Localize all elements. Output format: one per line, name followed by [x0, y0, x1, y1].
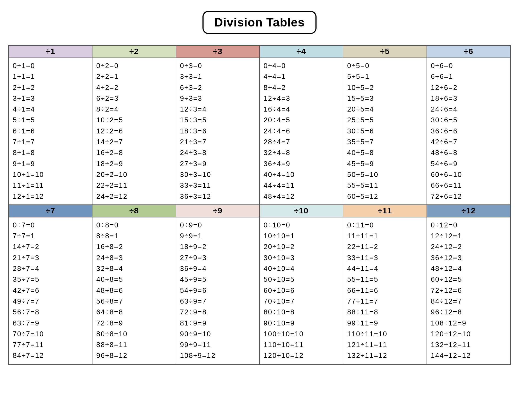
equation: 63÷9=7 — [180, 296, 255, 307]
equation: 10÷10=1 — [264, 230, 339, 241]
equation: 70÷7=10 — [13, 328, 88, 339]
equation: 10÷5=2 — [347, 82, 422, 93]
column-header-div9: ÷9 — [176, 205, 260, 217]
column-header-div10: ÷10 — [260, 205, 343, 217]
column-body-div1: 0÷1=01÷1=12÷1=23÷1=34÷1=45÷1=56÷1=67÷1=7… — [9, 58, 92, 205]
equation: 24÷8=3 — [96, 252, 172, 263]
equation: 30÷10=3 — [264, 252, 339, 263]
equation: 8÷4=2 — [264, 82, 339, 93]
equation: 88÷11=8 — [347, 307, 422, 317]
equation: 72÷6=12 — [431, 191, 506, 202]
equation: 66÷6=11 — [431, 180, 506, 191]
column-body-div12: 0÷12=012÷12=124÷12=236÷12=348÷12=460÷12=… — [427, 217, 510, 364]
equation: 12÷1=12 — [13, 191, 88, 202]
equation: 6÷3=2 — [180, 82, 255, 93]
equation: 7÷7=1 — [13, 230, 88, 241]
column-body-div8: 0÷8=08÷8=116÷8=224÷8=332÷8=440÷8=548÷8=6… — [92, 217, 176, 364]
column-header-div1: ÷1 — [9, 45, 92, 58]
equation: 36÷4=9 — [264, 158, 339, 169]
equation: 35÷7=5 — [13, 274, 88, 285]
equation: 32÷4=8 — [264, 147, 339, 158]
equation: 100÷10=10 — [264, 328, 339, 339]
equation: 24÷2=12 — [96, 191, 172, 202]
equation: 24÷6=4 — [431, 104, 506, 115]
equation: 5÷1=5 — [13, 115, 88, 125]
equation: 36÷9=4 — [180, 263, 255, 274]
equation: 90÷10=9 — [264, 318, 339, 328]
equation: 28÷7=4 — [13, 263, 88, 274]
equation: 70÷10=7 — [264, 296, 339, 307]
equation: 15÷3=5 — [180, 115, 255, 125]
equation: 8÷8=1 — [96, 230, 172, 241]
equation: 3÷3=1 — [180, 71, 255, 82]
equation: 108÷9=12 — [180, 350, 255, 361]
equation: 3÷1=3 — [13, 93, 88, 104]
equation: 20÷4=5 — [264, 115, 339, 125]
equation: 4÷1=4 — [13, 104, 88, 115]
division-tables-grid: ÷1÷2÷3÷4÷5÷60÷1=01÷1=12÷1=23÷1=34÷1=45÷1… — [8, 45, 511, 365]
equation: 30÷6=5 — [431, 115, 506, 125]
equation: 120÷10=12 — [264, 350, 339, 361]
column-body-div5: 0÷5=05÷5=110÷5=215÷5=320÷5=425÷5=530÷5=6… — [343, 58, 427, 205]
equation: 96÷8=12 — [96, 350, 172, 361]
equation: 27÷9=3 — [180, 252, 255, 263]
equation: 77÷11=7 — [347, 296, 422, 307]
equation: 9÷1=9 — [13, 158, 88, 169]
equation: 1÷1=1 — [13, 71, 88, 82]
equation: 18÷3=6 — [180, 126, 255, 136]
equation: 11÷11=1 — [347, 230, 422, 241]
equation: 4÷2=2 — [96, 82, 172, 93]
equation: 80÷10=8 — [264, 307, 339, 317]
equation: 12÷12=1 — [431, 230, 506, 241]
equation: 18÷6=3 — [431, 93, 506, 104]
equation: 6÷2=3 — [96, 93, 172, 104]
equation: 45÷9=5 — [180, 274, 255, 285]
equation: 49÷7=7 — [13, 296, 88, 307]
equation: 48÷4=12 — [264, 191, 339, 202]
equation: 25÷5=5 — [347, 115, 422, 125]
equation: 16÷4=4 — [264, 104, 339, 115]
equation: 20÷5=4 — [347, 104, 422, 115]
equation: 84÷7=12 — [13, 350, 88, 361]
column-header-div4: ÷4 — [260, 45, 343, 58]
equation: 5÷5=1 — [347, 71, 422, 82]
equation: 10÷2=5 — [96, 115, 172, 125]
equation: 42÷7=6 — [13, 285, 88, 296]
equation: 60÷12=5 — [431, 274, 506, 285]
equation: 21÷3=7 — [180, 136, 255, 147]
column-header-div6: ÷6 — [427, 45, 510, 58]
equation: 14÷2=7 — [96, 136, 172, 147]
equation: 33÷11=3 — [347, 252, 422, 263]
equation: 24÷3=8 — [180, 147, 255, 158]
column-header-div12: ÷12 — [427, 205, 510, 217]
equation: 45÷5=9 — [347, 158, 422, 169]
equation: 8÷1=8 — [13, 147, 88, 158]
equation: 36÷6=6 — [431, 126, 506, 136]
equation: 21÷7=3 — [13, 252, 88, 263]
column-body-div2: 0÷2=02÷2=14÷2=26÷2=38÷2=410÷2=512÷2=614÷… — [92, 58, 176, 205]
equation: 12÷6=2 — [431, 82, 506, 93]
column-header-div8: ÷8 — [92, 205, 176, 217]
equation: 0÷3=0 — [180, 60, 255, 71]
equation: 77÷7=11 — [13, 339, 88, 350]
equation: 99÷11=9 — [347, 318, 422, 328]
equation: 132÷11=12 — [347, 350, 422, 361]
title-container: Division Tables — [8, 11, 511, 34]
equation: 56÷8=7 — [96, 296, 172, 307]
equation: 30÷3=10 — [180, 169, 255, 180]
equation: 24÷4=6 — [264, 126, 339, 136]
equation: 99÷9=11 — [180, 339, 255, 350]
equation: 120÷12=10 — [431, 328, 506, 339]
equation: 0÷2=0 — [96, 60, 172, 71]
equation: 22÷11=2 — [347, 241, 422, 252]
equation: 64÷8=8 — [96, 307, 172, 317]
equation: 0÷8=0 — [96, 220, 172, 230]
equation: 33÷3=11 — [180, 180, 255, 191]
equation: 50÷10=5 — [264, 274, 339, 285]
equation: 0÷12=0 — [431, 220, 506, 230]
equation: 11÷1=11 — [13, 180, 88, 191]
equation: 10÷1=10 — [13, 169, 88, 180]
equation: 108÷12=9 — [431, 318, 506, 328]
equation: 144÷12=12 — [431, 350, 506, 361]
equation: 12÷4=3 — [264, 93, 339, 104]
